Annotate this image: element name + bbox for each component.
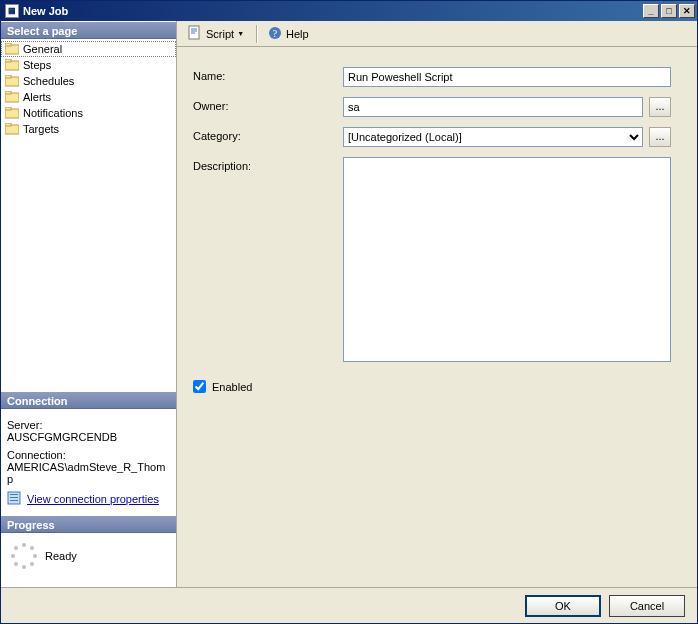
help-button[interactable]: ? Help [263,23,313,45]
sidebar-item-steps[interactable]: Steps [1,57,176,73]
server-label: Server: [7,419,170,431]
sidebar-item-targets[interactable]: Targets [1,121,176,137]
page-icon [5,43,19,55]
spinner-icon [11,543,37,569]
chevron-down-icon: ▼ [237,30,244,37]
svg-rect-15 [10,500,18,501]
name-row: Name: [193,67,681,87]
svg-rect-5 [5,75,11,78]
left-panel: Select a page General Steps [1,21,177,587]
script-label: Script [206,28,234,40]
app-icon: ▦ [5,4,19,18]
spacer [1,139,176,391]
sidebar-item-label: Notifications [23,107,172,119]
minimize-button[interactable]: _ [643,4,659,18]
svg-rect-9 [5,107,11,110]
category-select[interactable]: [Uncategorized (Local)] [343,127,643,147]
name-input[interactable] [343,67,671,87]
sidebar-item-label: Alerts [23,91,172,103]
sidebar-item-label: Steps [23,59,172,71]
svg-rect-7 [5,91,11,94]
connection-body: Server: AUSCFGMGRCENDB Connection: AMERI… [1,409,176,515]
enabled-checkbox[interactable] [193,380,206,393]
category-label: Category: [193,127,343,142]
help-label: Help [286,28,309,40]
sidebar-item-label: Schedules [23,75,172,87]
svg-rect-3 [5,59,11,62]
owner-label: Owner: [193,97,343,112]
select-page-header: Select a page [1,21,176,39]
ok-button[interactable]: OK [525,595,601,617]
owner-browse-button[interactable]: ... [649,97,671,117]
titlebar: ▦ New Job _ □ ✕ [1,1,697,21]
page-icon [5,91,19,103]
close-button[interactable]: ✕ [679,4,695,18]
sidebar-item-schedules[interactable]: Schedules [1,73,176,89]
view-connection-props[interactable]: View connection properties [7,491,170,507]
owner-row: Owner: ... [193,97,681,117]
enabled-label: Enabled [212,381,252,393]
view-connection-link[interactable]: View connection properties [27,493,159,505]
content-area: Select a page General Steps [1,21,697,587]
description-textarea[interactable] [343,157,671,362]
toolbar-separator [256,25,257,43]
sidebar-item-notifications[interactable]: Notifications [1,105,176,121]
connection-header: Connection [1,391,176,409]
dialog-window: ▦ New Job _ □ ✕ Select a page General [0,0,698,624]
progress-status: Ready [45,550,77,562]
progress-header: Progress [1,515,176,533]
script-button[interactable]: Script ▼ [183,23,248,45]
category-browse-button[interactable]: ... [649,127,671,147]
description-label: Description: [193,157,343,172]
sidebar-item-alerts[interactable]: Alerts [1,89,176,105]
connection-label: Connection: [7,449,170,461]
footer: OK Cancel [1,587,697,623]
enabled-row: Enabled [193,380,681,393]
sidebar-item-label: General [23,43,172,55]
progress-body: Ready [1,533,176,587]
description-row: Description: [193,157,681,362]
page-icon [5,59,19,71]
sidebar-item-general[interactable]: General [1,41,176,57]
script-icon [187,25,203,43]
svg-rect-14 [10,497,18,498]
svg-text:?: ? [273,28,278,39]
category-row: Category: [Uncategorized (Local)] ... [193,127,681,147]
help-icon: ? [267,25,283,43]
cancel-button[interactable]: Cancel [609,595,685,617]
svg-rect-11 [5,123,11,126]
window-title: New Job [23,5,641,17]
page-icon [5,123,19,135]
form-area: Name: Owner: ... Category: [Uncategorize… [177,47,697,587]
right-panel: Script ▼ ? Help Name: Owner: [177,21,697,587]
page-list: General Steps Schedules [1,39,176,139]
properties-icon [7,491,21,507]
page-icon [5,107,19,119]
toolbar: Script ▼ ? Help [177,21,697,47]
server-value: AUSCFGMGRCENDB [7,431,170,443]
connection-value: AMERICAS\admSteve_R_Thomp [7,461,170,485]
maximize-button[interactable]: □ [661,4,677,18]
svg-rect-13 [10,494,18,495]
name-label: Name: [193,67,343,82]
svg-rect-1 [5,43,11,46]
owner-input[interactable] [343,97,643,117]
page-icon [5,75,19,87]
sidebar-item-label: Targets [23,123,172,135]
